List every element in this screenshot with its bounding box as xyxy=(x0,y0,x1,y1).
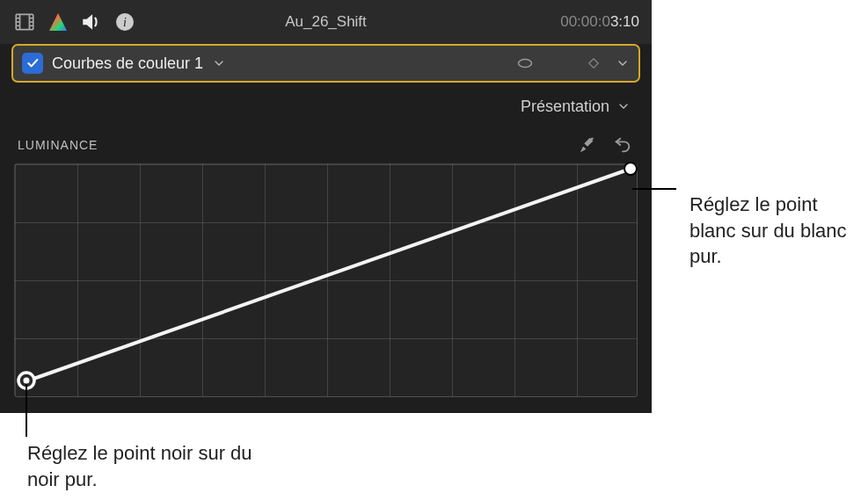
curve-svg[interactable] xyxy=(14,163,638,397)
view-menu-label[interactable]: Présentation xyxy=(521,98,609,116)
curve-line[interactable] xyxy=(18,169,631,384)
callout-white-point: Réglez le point blanc sur du blanc pur. xyxy=(689,192,857,270)
keyframe-diamond-icon[interactable] xyxy=(587,57,600,69)
luminance-curve-section: LUMINANCE xyxy=(0,127,652,413)
inspector-tabs: i Au_26_Shift 00:00:03:10 xyxy=(0,0,652,44)
effect-options-chevron-icon[interactable] xyxy=(616,56,630,70)
effect-enable-checkbox[interactable] xyxy=(22,53,43,74)
view-menu-chevron-icon[interactable] xyxy=(616,99,631,113)
curve-tools xyxy=(578,135,632,155)
eyedropper-icon[interactable] xyxy=(578,135,597,155)
callout-line-white xyxy=(632,188,676,190)
callout-line-black xyxy=(26,384,27,437)
color-tab-icon[interactable] xyxy=(46,10,70,34)
curve-title: LUMINANCE xyxy=(18,138,98,152)
callout-black-text: Réglez le point noir sur du noir pur. xyxy=(27,442,252,490)
effect-row-container: Courbes de couleur 1 xyxy=(0,44,652,86)
curve-grid-wrap xyxy=(14,163,638,397)
curve-header: LUMINANCE xyxy=(14,127,638,163)
luminance-curve-grid[interactable] xyxy=(14,163,638,397)
mask-icon[interactable] xyxy=(515,54,535,73)
effect-name-label: Courbes de couleur 1 xyxy=(52,54,203,73)
clip-title: Au_26_Shift xyxy=(285,13,367,31)
white-point-handle[interactable] xyxy=(624,163,637,175)
reset-icon[interactable] xyxy=(613,135,632,155)
video-tab-icon[interactable] xyxy=(12,10,37,34)
timecode: 00:00:03:10 xyxy=(560,13,639,31)
svg-point-11 xyxy=(519,60,532,68)
info-tab-icon[interactable]: i xyxy=(113,10,137,34)
inspector-panel: i Au_26_Shift 00:00:03:10 Courbes de cou… xyxy=(0,0,652,413)
view-menu-row: Présentation xyxy=(0,86,652,127)
timecode-bright: 3:10 xyxy=(610,13,639,30)
effect-dropdown-chevron-icon[interactable] xyxy=(212,56,226,70)
callout-black-point: Réglez le point noir sur du noir pur. xyxy=(27,440,256,492)
timecode-dim: 00:00:0 xyxy=(560,13,610,30)
callout-white-text: Réglez le point blanc sur du blanc pur. xyxy=(689,193,847,267)
audio-tab-icon[interactable] xyxy=(79,10,104,34)
keyframe-controls[interactable] xyxy=(587,57,600,69)
black-point-handle-inner xyxy=(23,378,29,384)
svg-text:i: i xyxy=(123,16,127,29)
color-curves-effect-row[interactable]: Courbes de couleur 1 xyxy=(11,44,640,83)
